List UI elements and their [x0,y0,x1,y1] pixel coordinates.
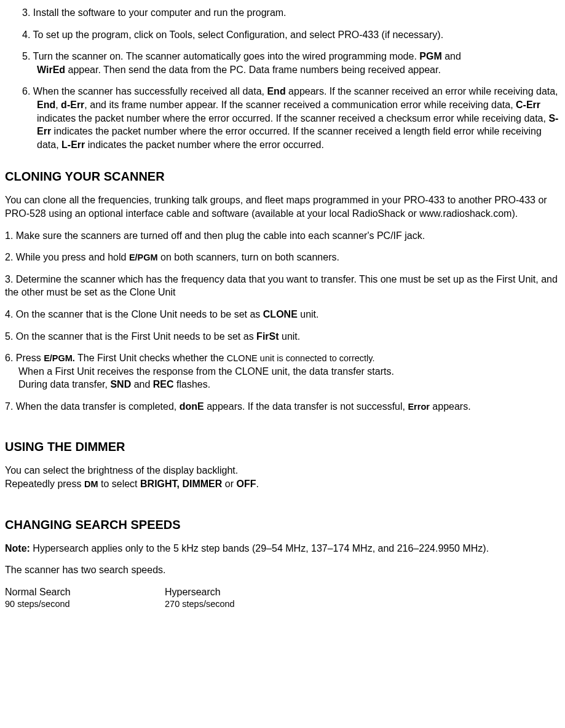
cloning-heading: CLONING YOUR SCANNER [5,168,560,185]
end-label: End [37,100,55,110]
cloning-step-7: 7. When the data transfer is completed, … [5,400,560,413]
speeds-table: Normal Search 90 steps/second Hypersearc… [5,585,560,611]
cloning-step-1: 1. Make sure the scanners are turned off… [5,229,560,243]
text: , and its frame number appear. If the sc… [84,100,516,110]
text: 5. Turn the scanner on. The scanner auto… [22,51,419,61]
text: 2. While you press and hold [5,252,129,262]
text: 5. On the scanner that is the First Unit… [5,331,256,342]
first-label: FirSt [256,331,279,342]
dimmer-heading: USING THE DIMMER [5,439,560,455]
text: flashes. [174,379,211,389]
done-label: donE [180,401,204,412]
step-4: 4. To set up the program, click on Tools… [22,28,560,42]
step-5: 5. Turn the scanner on. The scanner auto… [5,50,560,76]
cloning-step-2: 2. While you press and hold E/PGM on bot… [5,251,560,264]
text: appears. [430,401,471,412]
text: indicates the packet number where the er… [37,113,548,123]
dm-label: DM [84,479,98,489]
note-label: Note: [5,543,30,554]
cerr-label: C-Err [516,100,540,110]
speeds-intro: The scanner has two search speeds. [5,563,560,577]
speeds-note: Note: Hypersearch applies only to the 5 … [5,542,560,555]
cloning-step-4: 4. On the scanner that is the Clone Unit… [5,308,560,321]
derr-label: d-Err [61,100,84,110]
off-label: OFF [236,479,256,489]
clone-label: CLONE [263,309,298,319]
cloning-intro: You can clone all the frequencies, trunk… [5,194,560,220]
text: appear. Then send the data from the PC. … [65,65,441,75]
rec-label: REC [153,379,174,389]
dimmer-line-2: Repeatedly press DM to select BRIGHT, DI… [5,477,560,491]
col-value: 90 steps/second [5,598,165,611]
text: Repeatedly press [5,479,84,489]
col-value: 270 steps/second [165,598,325,611]
speeds-heading: CHANGING SEARCH SPEEDS [5,517,560,533]
text: to select [98,479,140,489]
text: 7. When the data transfer is completed, [5,401,180,412]
lerr-label: L-Err [61,139,85,150]
text: Hypersearch applies only to the 5 kHz st… [30,543,489,554]
epgm-label: E/PGM [129,252,158,262]
text: 6. Press [5,353,44,363]
text: and [442,51,461,61]
text: appears. If the scanner received an erro… [286,86,558,96]
wired-label: WirEd [37,65,65,75]
text: indicates the packet number where the er… [85,139,324,150]
text: During data transfer, [18,379,110,389]
text: 4. On the scanner that is the Clone Unit… [5,309,263,319]
pgm-label: PGM [419,51,441,61]
cloning-step-5: 5. On the scanner that is the First Unit… [5,330,560,343]
text: 6. When the scanner has successfully rec… [22,86,267,96]
text: on both scanners, turn on both scanners. [158,252,339,262]
text: unit. [279,331,301,342]
text: appears. If the data transfer is not suc… [204,401,408,412]
end-label: End [267,86,285,96]
step-3: 3. Install the software to your computer… [22,6,560,20]
text: unit. [298,309,319,319]
error-label: Error [408,402,429,412]
text: and [131,379,153,389]
cloning-step-6: 6. Press E/PGM. The First Unit checks wh… [5,351,560,391]
text: CLONE unit is connected to correctly. [227,353,375,363]
text: The First Unit checks whether the [75,353,227,363]
step-6: 6. When the scanner has successfully rec… [22,85,560,151]
text: , [55,100,61,110]
text: When a First Unit receives the response … [18,365,560,378]
dimmer-line-1: You can select the brightness of the dis… [5,464,560,477]
col-heading: Hypersearch [165,585,325,599]
cloning-step-3: 3. Determine the scanner which has the f… [5,273,560,299]
epgm-label: E/PGM. [44,353,75,363]
text: or [222,479,236,489]
speeds-col-hyper: Hypersearch 270 steps/second [165,585,325,611]
snd-label: SND [110,379,131,389]
text: . [256,479,258,489]
bright-dimmer-label: BRIGHT, DIMMER [140,479,222,489]
col-heading: Normal Search [5,585,165,599]
speeds-col-normal: Normal Search 90 steps/second [5,585,165,611]
